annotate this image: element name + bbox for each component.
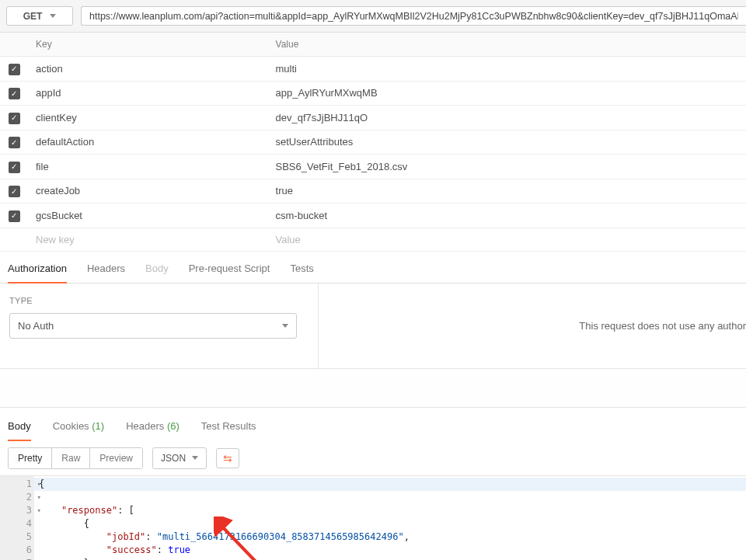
format-select[interactable]: JSON <box>152 447 207 469</box>
checkbox[interactable] <box>9 88 20 99</box>
response-tabs: Body Cookies (1) Headers (6) Test Result… <box>0 408 746 441</box>
line-number: 6 <box>0 544 34 557</box>
param-value[interactable]: SBS6_VetFit_Feb1_2018.csv <box>268 155 746 179</box>
new-key-placeholder[interactable]: New key <box>28 228 268 251</box>
param-key[interactable]: action <box>28 57 268 82</box>
resp-tab-body[interactable]: Body <box>8 417 31 441</box>
param-value[interactable]: multi <box>268 57 746 82</box>
new-value-placeholder[interactable]: Value <box>268 228 746 251</box>
line-number: 1 <box>0 478 34 491</box>
tab-headers[interactable]: Headers <box>87 259 125 283</box>
checkbox[interactable] <box>9 113 20 124</box>
checkbox[interactable] <box>9 186 20 197</box>
checkbox[interactable] <box>9 210 20 222</box>
view-preview[interactable]: Preview <box>90 448 142 468</box>
code-content[interactable]: { "response": [ { "jobId": "multi_566417… <box>34 476 746 561</box>
auth-type-select[interactable]: No Auth <box>9 313 297 339</box>
tab-tests[interactable]: Tests <box>290 259 313 283</box>
param-key[interactable]: createJob <box>28 179 268 203</box>
tab-body[interactable]: Body <box>145 259 169 283</box>
param-key[interactable]: clientKey <box>28 106 268 130</box>
http-method-selector[interactable]: GET <box>6 6 73 26</box>
line-number: 7 <box>0 557 34 561</box>
line-number: 3 <box>0 504 34 517</box>
param-key[interactable]: appId <box>28 81 268 106</box>
table-row[interactable]: actionmulti <box>0 57 746 82</box>
chevron-down-icon <box>282 324 288 328</box>
checkbox[interactable] <box>9 64 20 75</box>
param-key[interactable]: file <box>28 155 268 179</box>
table-row[interactable]: defaultActionsetUserAttributes <box>0 130 746 155</box>
table-row[interactable]: createJobtrue <box>0 179 746 203</box>
column-value: Value <box>268 33 746 57</box>
auth-type-label: TYPE <box>9 296 309 305</box>
param-value[interactable]: dev_qf7sJjBHJ11qO <box>268 106 746 130</box>
line-number: 4 <box>0 517 34 530</box>
table-row[interactable]: gcsBucketcsm-bucket <box>0 203 746 228</box>
params-table: Key Value actionmultiappIdapp_AylRYurMXw… <box>0 33 746 252</box>
view-mode-group: Pretty Raw Preview <box>8 447 143 469</box>
url-input[interactable] <box>81 6 746 26</box>
wrap-lines-icon[interactable]: ⇆ <box>216 448 239 468</box>
table-row[interactable]: clientKeydev_qf7sJjBHJ11qO <box>0 106 746 130</box>
param-value[interactable]: app_AylRYurMXwqMB <box>268 81 746 106</box>
response-body: 12345678 { "response": [ { "jobId": "mul… <box>0 475 746 561</box>
http-method-label: GET <box>23 11 43 22</box>
view-raw[interactable]: Raw <box>52 448 90 468</box>
auth-message: This request does not use any author <box>579 320 746 332</box>
resp-tab-cookies[interactable]: Cookies (1) <box>53 417 104 441</box>
line-number: 5 <box>0 530 34 544</box>
chevron-down-icon <box>50 14 56 18</box>
table-row[interactable]: appIdapp_AylRYurMXwqMB <box>0 81 746 106</box>
checkbox[interactable] <box>9 162 20 173</box>
request-tabs: Authorization Headers Body Pre-request S… <box>0 252 746 283</box>
chevron-down-icon <box>192 456 198 460</box>
auth-type-value: No Auth <box>18 320 54 332</box>
format-value: JSON <box>161 453 186 464</box>
param-value[interactable]: true <box>268 179 746 203</box>
resp-tab-test-results[interactable]: Test Results <box>201 417 256 441</box>
line-number: 2 <box>0 491 34 504</box>
param-key[interactable]: defaultAction <box>28 130 268 155</box>
param-value[interactable]: setUserAttributes <box>268 130 746 155</box>
table-row[interactable]: fileSBS6_VetFit_Feb1_2018.csv <box>0 155 746 179</box>
tab-authorization[interactable]: Authorization <box>8 259 67 283</box>
checkbox[interactable] <box>9 137 20 148</box>
new-param-row[interactable]: New keyValue <box>0 228 746 251</box>
param-key[interactable]: gcsBucket <box>28 203 268 228</box>
view-pretty[interactable]: Pretty <box>9 448 52 468</box>
param-value[interactable]: csm-bucket <box>268 203 746 228</box>
tab-prerequest[interactable]: Pre-request Script <box>189 259 270 283</box>
resp-tab-headers[interactable]: Headers (6) <box>126 417 180 441</box>
column-key: Key <box>28 33 268 57</box>
